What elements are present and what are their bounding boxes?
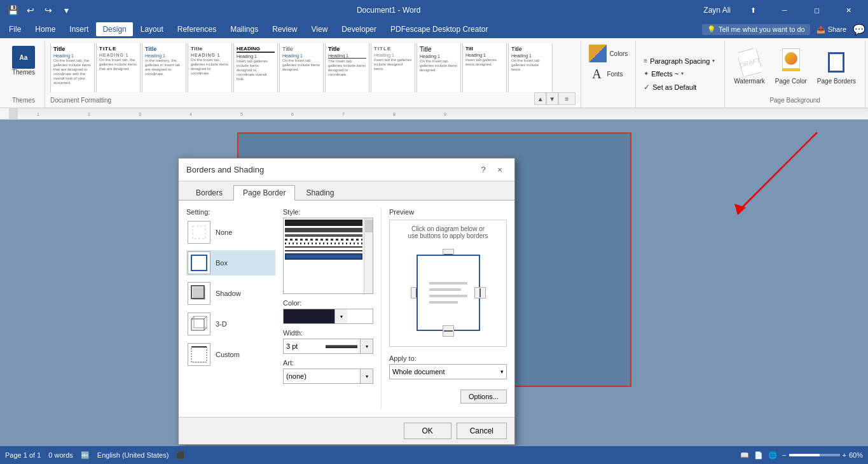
setting-custom[interactable]: Custom: [186, 342, 275, 367]
menu-home[interactable]: Home: [29, 22, 62, 36]
svg-rect-19: [191, 347, 207, 362]
width-preview: [326, 345, 357, 348]
width-label: Width:: [283, 329, 373, 337]
doc-style-simple[interactable]: Title Heading 1 On the Insert tab galler…: [508, 43, 553, 92]
style-line-1[interactable]: [285, 220, 362, 226]
doc-style-grey[interactable]: TITLE Heading 1 Insert tab the galleries…: [371, 43, 415, 92]
page-color-icon: [781, 48, 801, 76]
save-icon[interactable]: 💾: [5, 3, 20, 18]
styles-more[interactable]: ≡: [558, 92, 576, 105]
apply-to-dropdown[interactable]: Whole document ▾: [389, 364, 507, 379]
style-listbox[interactable]: [283, 218, 373, 294]
doc-style-light[interactable]: Title Heading 1 On the Insert tab galler…: [279, 43, 324, 92]
setting-none[interactable]: None: [186, 220, 275, 245]
doc-style-normal[interactable]: Title Heading 1 On the Insert tab, the g…: [50, 43, 95, 92]
page-color-btn[interactable]: Page Color: [771, 46, 811, 87]
fonts-button[interactable]: A Fonts: [586, 65, 625, 83]
title-bar-left: 💾 ↩ ↪ ▾: [5, 3, 74, 18]
zoom-in-btn[interactable]: +: [843, 451, 846, 459]
page-borders-btn[interactable]: Page Borders: [813, 46, 860, 87]
svg-line-16: [191, 316, 194, 319]
view-print-btn[interactable]: 📄: [754, 451, 763, 460]
colors-button[interactable]: Colors: [586, 43, 630, 64]
color-dropdown[interactable]: ▾: [283, 309, 373, 324]
themes-button[interactable]: Aa Themes: [8, 43, 39, 78]
width-dropdown[interactable]: 3 pt ▾: [283, 339, 373, 354]
border-right-btn[interactable]: [474, 287, 486, 299]
macro-icon[interactable]: ⬛: [176, 451, 185, 460]
word-count: 0 words: [48, 451, 73, 459]
cancel-btn[interactable]: Cancel: [457, 423, 507, 439]
styles-scroll-down[interactable]: ▼: [546, 92, 558, 105]
customize-qat-icon[interactable]: ▾: [59, 3, 74, 18]
redo-icon[interactable]: ↪: [41, 3, 56, 18]
dialog-close-btn[interactable]: ×: [493, 163, 507, 177]
watermark-btn[interactable]: DRAFT Watermark: [730, 46, 769, 87]
menu-design[interactable]: Design: [96, 22, 132, 36]
style-scrollbar[interactable]: [364, 218, 373, 293]
color-dropdown-arrow[interactable]: ▾: [334, 309, 347, 323]
restore-btn[interactable]: ◻: [802, 0, 831, 20]
page-background-section: DRAFT Watermark Page Color Page: [725, 41, 865, 108]
tab-borders[interactable]: Borders: [186, 185, 232, 200]
doc-style-plain[interactable]: Titl Heading 1 Insert tab galleries item…: [462, 43, 507, 92]
setting-3d[interactable]: 3-D: [186, 311, 275, 337]
zoom-out-btn[interactable]: −: [782, 451, 786, 459]
doc-style-colored[interactable]: Title Heading 1 In the memory, the galle…: [142, 43, 186, 92]
doc-style-outlined[interactable]: HEADING Heading 1 Insert tab galleries i…: [233, 43, 278, 92]
width-dropdown-arrow[interactable]: ▾: [360, 339, 373, 353]
page-color-label: Page Color: [775, 78, 807, 85]
spell-check-icon[interactable]: 🔤: [81, 451, 90, 460]
themes-section-label: Themes: [8, 95, 39, 105]
style-line-6[interactable]: [285, 246, 362, 251]
doc-style-lined[interactable]: Title Heading 1 The Insert tab galleries…: [325, 43, 369, 92]
menu-layout[interactable]: Layout: [134, 22, 170, 36]
style-line-5[interactable]: [285, 243, 362, 244]
menu-developer[interactable]: Developer: [335, 22, 383, 36]
border-bottom-btn[interactable]: [443, 325, 454, 337]
apply-to-arrow: ▾: [500, 369, 504, 375]
menu-references[interactable]: References: [171, 22, 223, 36]
set-as-default-btn[interactable]: ✓ Set as Default: [641, 81, 717, 93]
ribbon-collapse-btn[interactable]: ⬆: [738, 0, 768, 20]
tab-shading[interactable]: Shading: [296, 185, 343, 200]
menu-pdfescapedesktop[interactable]: PDFescape Desktop Creator: [384, 22, 494, 36]
dialog-help-btn[interactable]: ?: [476, 163, 490, 177]
undo-icon[interactable]: ↩: [23, 3, 38, 18]
setting-box[interactable]: Box: [186, 250, 275, 276]
close-btn[interactable]: ✕: [834, 0, 863, 20]
menu-mailings[interactable]: Mailings: [224, 22, 265, 36]
doc-style-dark[interactable]: Title HEADING 1 On the Insert tab, galle…: [188, 43, 232, 92]
view-web-btn[interactable]: 🌐: [768, 451, 777, 460]
paragraph-spacing-btn[interactable]: ≡ Paragraph Spacing ▾: [641, 56, 717, 66]
style-line-3[interactable]: [285, 234, 362, 237]
setting-shadow[interactable]: Shadow: [186, 281, 275, 306]
menu-review[interactable]: Review: [266, 22, 303, 36]
comments-icon[interactable]: 💬: [853, 24, 865, 36]
view-read-btn[interactable]: 📖: [740, 451, 749, 460]
svg-text:4: 4: [189, 112, 192, 116]
style-line-4[interactable]: [285, 239, 362, 241]
tell-me-input[interactable]: 💡 Tell me what you want to do: [702, 24, 810, 35]
share-btn[interactable]: 📤 Share: [816, 25, 846, 34]
menu-view[interactable]: View: [305, 22, 334, 36]
art-dropdown-arrow[interactable]: ▾: [360, 369, 373, 383]
menu-file[interactable]: File: [3, 22, 27, 36]
svg-text:1: 1: [37, 112, 39, 116]
zoom-slider[interactable]: [789, 454, 840, 456]
style-line-2[interactable]: [285, 228, 362, 232]
watermark-icon: DRAFT: [738, 48, 761, 76]
box-icon: [188, 251, 210, 274]
doc-style-minimal[interactable]: Title Heading 1 On the Insert tab, galle…: [417, 43, 461, 92]
styles-scroll-up[interactable]: ▲: [534, 92, 546, 105]
language[interactable]: English (United States): [97, 451, 169, 459]
effects-btn[interactable]: ✦ Effects ~ ▾: [641, 69, 717, 79]
ok-btn[interactable]: OK: [404, 423, 451, 439]
style-line-selected[interactable]: [285, 253, 362, 260]
minimize-btn[interactable]: ─: [770, 0, 799, 20]
art-dropdown[interactable]: (none) ▾: [283, 369, 373, 384]
menu-insert[interactable]: Insert: [63, 22, 95, 36]
tab-page-border[interactable]: Page Border: [233, 185, 295, 200]
options-btn[interactable]: Options...: [460, 390, 507, 404]
doc-style-caps[interactable]: TITLE HEADING 1 On the Insert tab, the g…: [96, 43, 141, 92]
